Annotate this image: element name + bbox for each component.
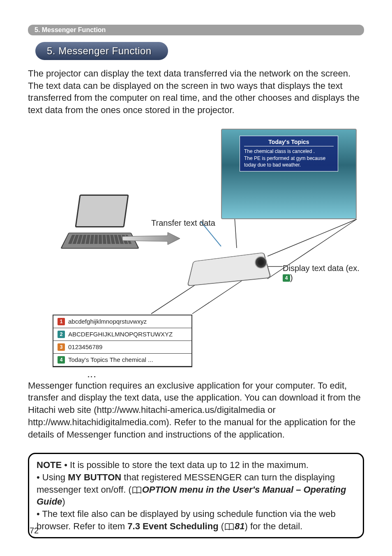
transfer-text-label: Transfer text data bbox=[151, 218, 215, 228]
item-badge-icon: 2 bbox=[58, 331, 65, 338]
item-text: Today's Topics The chemical ... bbox=[68, 356, 153, 363]
display-badge-icon: 4 bbox=[283, 274, 290, 282]
section-heading-pill: 5. Messenger Function bbox=[35, 42, 168, 60]
item-badge-icon: 3 bbox=[58, 343, 65, 351]
book-icon bbox=[132, 486, 141, 494]
projected-screen: Today's Topics The chemical class is can… bbox=[221, 129, 357, 219]
screen-message-overlay: Today's Topics The chemical class is can… bbox=[240, 136, 338, 171]
item-badge-icon: 1 bbox=[58, 318, 65, 325]
book-icon bbox=[225, 523, 234, 531]
stored-text-list: 1 abcdefghijklmnopqrstuvwxyz 2 ABCDEFGHI… bbox=[53, 315, 192, 367]
screen-message-body: The chemical class is canceled . The PE … bbox=[244, 148, 334, 169]
breadcrumb-bar: 5. Messenger Function bbox=[28, 25, 364, 35]
note-label: NOTE bbox=[37, 460, 62, 470]
list-item: 3 0123456789 bbox=[53, 341, 191, 354]
screen-message-title: Today's Topics bbox=[244, 139, 334, 146]
item-text: ABCDEFGHIJKLMNOPQRSTUWXYZ bbox=[68, 331, 173, 338]
transfer-arrow-icon bbox=[122, 232, 180, 245]
note-content: NOTE • It is possible to store the text … bbox=[37, 459, 355, 532]
display-text-label: Display text data (ex. 4) bbox=[283, 264, 365, 283]
item-text: 0123456789 bbox=[68, 343, 102, 350]
middle-paragraph: Messenger function requires an exclusive… bbox=[28, 380, 364, 440]
list-item: 4 Today's Topics The chemical ... bbox=[53, 354, 191, 366]
item-badge-icon: 4 bbox=[58, 356, 65, 364]
page-number: 72 bbox=[30, 526, 39, 535]
list-item: 2 ABCDEFGHIJKLMNOPQRSTUWXYZ bbox=[53, 328, 191, 341]
section-title: 5. Messenger Function bbox=[47, 45, 152, 56]
item-text: abcdefghijklmnopqrstuvwxyz bbox=[68, 318, 147, 325]
list-item: 1 abcdefghijklmnopqrstuvwxyz bbox=[53, 315, 191, 328]
svg-line-1 bbox=[267, 219, 357, 256]
svg-marker-7 bbox=[122, 232, 180, 245]
intro-paragraph: The projector can display the text data … bbox=[28, 67, 364, 116]
note-box: NOTE • It is possible to store the text … bbox=[28, 453, 364, 538]
messenger-diagram: Today's Topics The chemical class is can… bbox=[28, 129, 365, 367]
ellipsis-icon: ⋮ bbox=[86, 372, 97, 382]
breadcrumb-text: 5. Messenger Function bbox=[35, 26, 106, 33]
projector-illustration bbox=[188, 244, 270, 293]
